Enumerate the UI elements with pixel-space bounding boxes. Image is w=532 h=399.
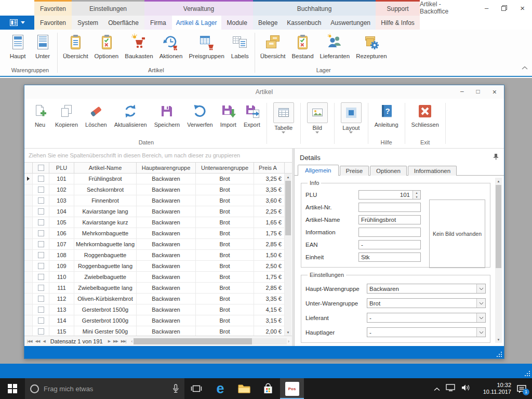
- ribbon-group-buchhaltung[interactable]: Buchhaltung: [253, 0, 376, 16]
- tab-allgemein[interactable]: Allgemein: [298, 165, 339, 176]
- table-row[interactable]: 110ZwiebelbaguetteBackwarenBrot1,75 €: [24, 272, 285, 283]
- pin-icon[interactable]: [493, 153, 499, 162]
- grid-vertical-scrollbar[interactable]: ▲ ▼: [285, 174, 291, 336]
- row-checkbox[interactable]: [38, 197, 44, 204]
- table-row[interactable]: 111Zwiebelbaguette langBackwarenBrot2,85…: [24, 283, 285, 294]
- tab-system[interactable]: System: [73, 16, 102, 30]
- nav-first-button[interactable]: |◀◀: [26, 339, 33, 343]
- ribbon-item-unter[interactable]: Unter: [30, 32, 55, 67]
- nav-prev-button[interactable]: ◀: [42, 339, 46, 343]
- details-vertical-scrollbar[interactable]: ▲ ▼: [495, 178, 502, 343]
- ribbon-item-bestand[interactable]: Bestand: [288, 32, 316, 67]
- tabelle-dropdown-button[interactable]: Tabelle: [270, 102, 298, 134]
- ribbon-item-uebersicht-artikel[interactable]: Übersicht: [60, 32, 91, 67]
- schliessen-button[interactable]: Schliessen: [408, 102, 443, 128]
- dropdown-button[interactable]: [476, 313, 485, 322]
- column-header-hauptwarengruppe[interactable]: Hauptwarengruppe: [137, 163, 196, 173]
- scrollbar-thumb[interactable]: [496, 185, 501, 268]
- row-checkbox[interactable]: [38, 285, 44, 291]
- volume-tray-button[interactable]: [461, 384, 471, 394]
- scroll-up-icon[interactable]: ▲: [285, 174, 291, 180]
- tab-artikel-lager[interactable]: Artikel & Lager: [172, 16, 221, 30]
- verwerfen-button[interactable]: Verwerfen: [183, 102, 217, 128]
- lieferant-select[interactable]: -: [367, 313, 486, 323]
- app-menu-button[interactable]: [0, 16, 34, 30]
- table-row[interactable]: 107Mehrkornbaguette langBackwarenBrot2,8…: [24, 239, 285, 250]
- row-checkbox[interactable]: [38, 328, 44, 335]
- table-row[interactable]: 103FinnenbrotBackwarenBrot3,60 €: [24, 195, 285, 206]
- child-minimize-button[interactable]: –: [460, 88, 464, 96]
- column-header-unterwarengruppe[interactable]: Unterwarengruppe: [196, 163, 254, 173]
- tab-informationen[interactable]: Informationen: [408, 166, 457, 176]
- tab-belege[interactable]: Belege: [254, 16, 282, 30]
- dropdown-button[interactable]: [476, 284, 485, 293]
- nav-last-button[interactable]: ▶▶|: [120, 339, 127, 343]
- speichern-button[interactable]: Speichern: [151, 102, 184, 128]
- resize-grip-icon[interactable]: [524, 370, 530, 376]
- ribbon-item-lieferanten[interactable]: Lieferanten: [317, 32, 353, 67]
- tab-oberflaeche[interactable]: Oberfläche: [104, 16, 143, 30]
- ribbon-item-optionen[interactable]: Optionen: [91, 32, 122, 67]
- ribbon-item-labels[interactable]: Labels: [228, 32, 252, 67]
- bild-dropdown-button[interactable]: Bild: [303, 102, 331, 134]
- ribbon-item-aktionen[interactable]: Aktionen: [156, 32, 186, 67]
- tab-hilfe-infos[interactable]: Hilfe & Infos: [377, 16, 419, 30]
- ribbon-item-haupt[interactable]: Haupt: [5, 32, 30, 67]
- haupt-warengruppe-select[interactable]: Backwaren: [367, 284, 486, 294]
- tab-optionen[interactable]: Optionen: [370, 166, 407, 176]
- ribbon-group-support[interactable]: Support: [376, 0, 420, 16]
- column-header-plu[interactable]: PLU: [49, 163, 74, 173]
- header-checkbox-cell[interactable]: [33, 163, 49, 173]
- neu-button[interactable]: Neu: [29, 102, 51, 128]
- row-checkbox[interactable]: [38, 230, 44, 236]
- spin-up-icon[interactable]: ▲: [413, 191, 420, 195]
- einheit-field[interactable]: Stk: [358, 252, 421, 262]
- cortana-search-box[interactable]: Frag mich etwas: [25, 378, 184, 399]
- row-checkbox[interactable]: [38, 296, 44, 302]
- grid-groupby-bar[interactable]: Ziehen Sie eine Spaltenüberschrift in di…: [24, 149, 292, 162]
- edge-browser-button[interactable]: e: [208, 378, 232, 399]
- tray-expand-button[interactable]: [434, 384, 440, 393]
- store-button[interactable]: [256, 378, 280, 399]
- ribbon-group-einstellungen[interactable]: Einstellungen: [72, 0, 144, 16]
- artikel-name-field[interactable]: Frühlingsbrot: [358, 215, 421, 224]
- ribbon-group-favoriten[interactable]: Favoriten: [34, 0, 72, 16]
- file-explorer-button[interactable]: [232, 378, 256, 399]
- hauptlager-select[interactable]: -: [367, 327, 486, 337]
- action-center-button[interactable]: 1: [517, 384, 527, 393]
- table-row[interactable]: 101FrühlingsbrotBackwarenBrot3,25 €: [24, 174, 285, 184]
- tab-kassenbuch[interactable]: Kassenbuch: [283, 16, 325, 30]
- scrollbar-track[interactable]: [252, 338, 287, 344]
- table-row[interactable]: 112Oliven-KürbiskernbrotBackwarenBrot3,3…: [24, 294, 285, 304]
- table-row[interactable]: 106MehrkornbaguetteBackwarenBrot1,75 €: [24, 228, 285, 239]
- row-checkbox[interactable]: [38, 252, 44, 258]
- network-tray-button[interactable]: [446, 384, 456, 394]
- plu-spinner[interactable]: ▲▼: [413, 191, 420, 199]
- table-row[interactable]: 115Mini Gerster 500gBackwarenBrot2,00 €: [24, 326, 285, 336]
- column-header-preis-a[interactable]: Preis A: [254, 163, 285, 173]
- backoffice-app-button[interactable]: Pos: [280, 378, 304, 399]
- task-view-button[interactable]: [184, 378, 208, 399]
- artikel-window-titlebar[interactable]: Artikel – □ ×: [24, 85, 504, 99]
- nav-prev-page-button[interactable]: ◀◀: [34, 339, 41, 343]
- layout-dropdown-button[interactable]: Layout: [337, 102, 365, 134]
- information-field[interactable]: [358, 228, 421, 237]
- row-checkbox[interactable]: [38, 176, 44, 182]
- aktualisieren-button[interactable]: Aktualisieren: [111, 102, 151, 128]
- ean-field[interactable]: -: [358, 240, 421, 249]
- row-checkbox[interactable]: [38, 307, 44, 313]
- scroll-up-icon[interactable]: ▲: [495, 178, 502, 184]
- restore-button[interactable]: [501, 5, 507, 11]
- ribbon-item-rezepturen[interactable]: Rezepturen: [353, 32, 390, 67]
- scroll-right-icon[interactable]: ›: [287, 339, 290, 344]
- import-button[interactable]: Import: [217, 102, 240, 128]
- scroll-down-icon[interactable]: ▼: [495, 336, 502, 343]
- select-all-checkbox[interactable]: [38, 165, 44, 171]
- kopieren-button[interactable]: Kopieren: [51, 102, 82, 128]
- child-close-button[interactable]: ×: [493, 88, 497, 96]
- unter-warengruppe-select[interactable]: Brot: [367, 298, 486, 308]
- table-row[interactable]: 113Gersterbrot 1500gBackwarenBrot4,15 €: [24, 304, 285, 315]
- nav-next-button[interactable]: ▶: [107, 339, 111, 343]
- scroll-left-icon[interactable]: ‹: [130, 339, 134, 344]
- ribbon-item-baukasten[interactable]: Baukasten: [122, 32, 156, 67]
